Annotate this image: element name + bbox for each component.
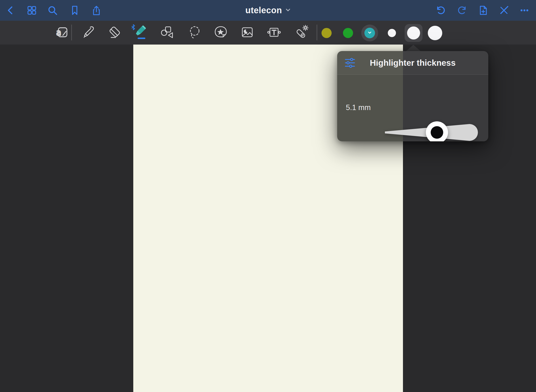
add-page-icon — [478, 5, 488, 16]
lasso-icon — [187, 25, 202, 40]
thumbnails-icon — [27, 5, 37, 16]
toolbar-divider — [317, 25, 317, 40]
lasso-tool[interactable] — [187, 25, 202, 40]
redo-button[interactable] — [457, 5, 468, 16]
pan-mode-icon: a — [55, 25, 69, 40]
color-swatch-yellow[interactable] — [322, 28, 332, 38]
more-icon — [519, 5, 530, 16]
pen-icon — [81, 25, 96, 40]
highlighter-thickness-popover: Highlighter thickness 5.1 mm — [337, 51, 488, 141]
search-icon — [47, 5, 58, 16]
popover-arrow — [406, 45, 421, 51]
popover-header: Highlighter thickness — [337, 51, 488, 75]
add-page-button[interactable] — [478, 5, 488, 16]
text-icon — [267, 25, 281, 40]
navbar: utelecon — [0, 0, 536, 21]
popover-body: 5.1 mm — [337, 75, 488, 141]
thickness-value-label: 5.1 mm — [346, 103, 371, 112]
sticker-tool[interactable] — [213, 25, 228, 40]
bookmark-button[interactable] — [69, 5, 80, 16]
pan-mode-tool[interactable]: a — [54, 25, 70, 40]
toolbar-divider — [71, 25, 72, 40]
thickness-slider-knob-dot — [431, 126, 443, 139]
thickness-large[interactable] — [428, 26, 442, 40]
highlighter-tool[interactable] — [132, 25, 147, 40]
document-title-button[interactable]: utelecon — [232, 0, 304, 21]
pan-letter: a — [56, 27, 61, 37]
image-icon — [240, 25, 255, 40]
more-button[interactable] — [519, 5, 530, 16]
search-button[interactable] — [47, 5, 58, 16]
stylus-cross-icon — [499, 5, 509, 16]
pen-tool[interactable] — [81, 25, 96, 40]
thickness-medium-selected-box[interactable] — [405, 24, 422, 42]
laser-pointer-tool[interactable] — [294, 25, 309, 40]
bookmark-icon — [69, 5, 80, 16]
back-icon — [5, 5, 16, 16]
back-button[interactable] — [5, 5, 16, 16]
sliders-icon — [344, 57, 355, 70]
shapes-tool[interactable] — [160, 25, 175, 40]
bluetooth-icon — [131, 24, 136, 31]
popover-title: Highlighter thickness — [370, 58, 456, 68]
stylus-toggle-button[interactable] — [499, 5, 509, 16]
thickness-slider-knob[interactable] — [426, 121, 448, 141]
laser-pointer-icon — [294, 25, 309, 41]
color-swatch-green[interactable] — [343, 28, 353, 38]
color-swatch-teal-selected[interactable] — [364, 28, 375, 38]
image-tool[interactable] — [240, 25, 255, 40]
thickness-medium — [407, 26, 420, 39]
undo-button[interactable] — [435, 5, 446, 16]
text-tool[interactable] — [266, 25, 282, 40]
chevron-down-icon — [285, 7, 291, 13]
thumbnails-button[interactable] — [27, 5, 37, 16]
tools-toolbar: a — [0, 21, 536, 45]
undo-icon — [435, 5, 446, 16]
sticker-icon — [213, 25, 228, 41]
eraser-tool[interactable] — [107, 25, 122, 40]
thickness-small[interactable] — [388, 29, 396, 37]
share-button[interactable] — [91, 5, 102, 16]
chevron-down-icon — [368, 30, 372, 36]
eraser-icon — [107, 25, 122, 40]
shapes-icon — [160, 25, 175, 40]
redo-icon — [457, 5, 468, 16]
share-icon — [91, 5, 102, 16]
page-title: utelecon — [245, 5, 282, 15]
